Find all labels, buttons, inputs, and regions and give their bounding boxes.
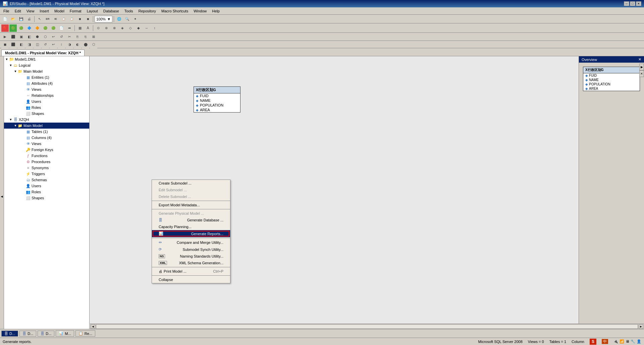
cm-submodel-synch[interactable]: ⟳ Submodel Synch Utility... (152, 246, 230, 253)
tb-cursor[interactable]: ↖ (36, 15, 43, 23)
tb2-3[interactable]: 🟢 (17, 24, 25, 32)
menu-tools[interactable]: Tools (122, 8, 136, 14)
tb-globe[interactable]: 🌐 (115, 15, 123, 23)
tb3-10[interactable]: ⎘ (74, 33, 81, 41)
cm-xml-schema[interactable]: XML XML Schema Generation... (152, 260, 230, 266)
tree-main-model[interactable]: ▼ 📁 Main Model (4, 123, 89, 129)
tb2-18[interactable]: ↔ (143, 24, 150, 32)
menu-view[interactable]: View (24, 8, 37, 14)
zoom-dropdown[interactable]: 100% ▼ (95, 16, 112, 22)
tb2-9[interactable]: ➡ (66, 24, 73, 32)
tree-synonyms[interactable]: ≡ Synonyms (4, 165, 89, 171)
tb2-15[interactable]: ◈ (119, 24, 126, 32)
menu-window[interactable]: Window (191, 8, 209, 14)
tb-search[interactable]: 🔍 (123, 15, 131, 23)
menu-database[interactable]: Database (101, 8, 122, 14)
tb2-10[interactable]: ▦ (76, 24, 84, 32)
tree-attributes[interactable]: ▤ Attributes (4) (4, 80, 89, 86)
cm-generate-reports[interactable]: 📊 Generate Reports... (152, 230, 230, 237)
tree-functions[interactable]: ƒ Functions (4, 153, 89, 159)
tb4-3[interactable]: ◧ (17, 41, 25, 48)
cm-collapse[interactable]: Collapse (152, 276, 230, 283)
main-tab[interactable]: Model1.DM1 - Physical Model View: XZQH * (1, 50, 85, 56)
menu-file[interactable]: File (1, 8, 12, 14)
tb-save[interactable]: 💾 (17, 15, 25, 23)
bottom-tab-m[interactable]: 📊 M... (56, 330, 74, 337)
tb4-10[interactable]: ◐ (74, 41, 81, 48)
bottom-tab-d1[interactable]: 🗄 D... (1, 331, 18, 337)
tb4-7[interactable]: ↩ (50, 41, 57, 48)
cm-print-model[interactable]: 🖨 Print Model ... Ctrl+P (152, 268, 230, 275)
menu-model[interactable]: Model (52, 8, 67, 14)
cm-generate-physical[interactable]: Generate Physical Model ... (152, 210, 230, 217)
tb2-6[interactable]: 🟢 (42, 24, 49, 32)
tb3-5[interactable]: ⬢ (34, 33, 41, 41)
tb-b2[interactable]: 📋 (68, 15, 75, 23)
tb2-19[interactable]: ↕ (151, 24, 158, 32)
cm-delete-submodel[interactable]: Delete Submodel ... (152, 193, 230, 200)
overview-expand-btn[interactable]: ▶ (639, 64, 644, 70)
bottom-tab-d2[interactable]: 🗄 D... (19, 331, 36, 337)
tb-b4[interactable]: ◼ (84, 15, 92, 23)
cm-generate-database[interactable]: 🗄 Generate Database ... (152, 217, 230, 223)
menu-edit[interactable]: Edit (12, 8, 24, 14)
tb-print[interactable]: 🖨 (25, 15, 33, 23)
bottom-tab-re[interactable]: 📋 Re... (75, 330, 95, 337)
tree-shapes[interactable]: ⬜ Shapes (4, 195, 89, 201)
left-panel-toggle[interactable]: ◄ (0, 56, 4, 336)
tb3-2[interactable]: ⬛ (9, 33, 17, 41)
tree-views-logical[interactable]: 👁 Views (4, 86, 89, 92)
tb3-9[interactable]: ✂ (66, 33, 73, 41)
menu-layout[interactable]: Layout (84, 8, 101, 14)
tb2-13[interactable]: ⊛ (103, 24, 110, 32)
tb4-5[interactable]: ◫ (34, 41, 41, 48)
tb-b1[interactable]: 📋 (60, 15, 67, 23)
tb2-5[interactable]: 🔶 (34, 24, 41, 32)
title-bar-controls[interactable]: ─ □ ✕ (624, 1, 641, 6)
tree-users-logical[interactable]: 👤 Users (4, 98, 89, 105)
tb-b3[interactable]: ◼ (76, 15, 84, 23)
tb2-8[interactable]: 📄 (58, 24, 65, 32)
tree-shapes-logical[interactable]: ⬜ Shapes (4, 111, 89, 117)
tb2-2[interactable]: 🟢 (9, 24, 17, 32)
tb3-3[interactable]: ▣ (17, 33, 25, 41)
menu-help[interactable]: Help (209, 8, 222, 14)
tree-xzqh[interactable]: ▼ 🗄 XZQH (4, 117, 89, 123)
cm-create-submodel[interactable]: Create Submodel ... (152, 180, 230, 187)
tree-columns[interactable]: ▤ Columns (4) (4, 135, 89, 141)
tb2-7[interactable]: 🟢 (50, 24, 57, 32)
tree-views[interactable]: 👁 Views (4, 141, 89, 147)
tb4-12[interactable]: ⬡ (90, 41, 97, 48)
menu-format[interactable]: Format (67, 8, 84, 14)
tree-entities[interactable]: ▦ Entities (1) (4, 74, 89, 80)
tb2-17[interactable]: ◆ (135, 24, 142, 32)
tb3-12[interactable]: ⊠ (90, 33, 97, 41)
cm-export-metadata[interactable]: Export Model Metadata... (152, 202, 230, 208)
tb3-7[interactable]: ↩ (50, 33, 57, 41)
tb4-1[interactable]: ◼ (1, 41, 9, 48)
tb3-1[interactable]: ▶ (1, 33, 9, 41)
tree-roles[interactable]: 👥 Roles (4, 189, 89, 195)
tree-main-model-logical[interactable]: ▼ 📁 Main Model (4, 68, 89, 74)
tb-idef[interactable]: IE (52, 15, 59, 23)
tree-root[interactable]: ▼ 📁 Model1.DM1 (4, 56, 89, 62)
tree-relationships[interactable]: ↔ Relationships (4, 92, 89, 98)
tb3-11[interactable]: ⎗ (82, 33, 89, 41)
menu-macro-shortcuts[interactable]: Macro Shortcuts (159, 8, 191, 14)
tb-er[interactable]: ER (44, 15, 51, 23)
tb4-9[interactable]: ◑ (66, 41, 73, 48)
tree-triggers[interactable]: ⚡ Triggers (4, 171, 89, 177)
menu-insert[interactable]: Insert (37, 8, 52, 14)
tb4-2[interactable]: ⬛ (9, 41, 17, 48)
cm-naming-standards[interactable]: NS Naming Standards Utility... (152, 253, 230, 260)
tb2-1[interactable]: 🔴 (1, 24, 9, 32)
cm-compare-merge[interactable]: ⇔ Compare and Merge Utility... (152, 239, 230, 246)
tb4-6[interactable]: ↺ (42, 41, 49, 48)
cm-capacity-planning[interactable]: Capacity Planning... (152, 223, 230, 230)
overview-close-icon[interactable]: ✕ (638, 57, 641, 62)
tb3-4[interactable]: ◧ (25, 33, 33, 41)
tree-procedures[interactable]: ⚙ Procedures (4, 159, 89, 165)
tb-open[interactable]: 📂 (9, 15, 17, 23)
tb4-11[interactable]: ⬤ (82, 41, 89, 48)
cm-edit-submodel[interactable]: Edit Submodel ... (152, 187, 230, 193)
